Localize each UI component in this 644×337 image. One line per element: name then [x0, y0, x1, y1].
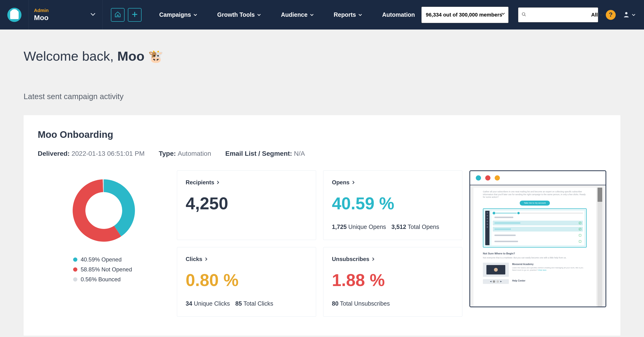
legend-label: 0.56% Bounced: [81, 276, 120, 283]
nav-audience[interactable]: Audience: [281, 11, 314, 18]
preview-section-title: Moosend Academy: [512, 263, 587, 266]
chevron-down-icon[interactable]: [600, 14, 603, 16]
preview-section-title: Not Sure Where to Begin?: [483, 252, 587, 255]
search-filter: All: [591, 12, 598, 18]
welcome-prefix: Welcome back,: [24, 49, 117, 64]
email-preview-frame[interactable]: Gather all your subscribers in one neat …: [470, 170, 606, 307]
metric-title: Clicks: [186, 256, 202, 262]
legend-label: 40.59% Opened: [81, 256, 122, 263]
preview-header: [470, 171, 606, 185]
members-dropdown[interactable]: 96,334 out of 300,000 members: [421, 7, 508, 23]
unsubs-total-label: Total Unsubscribes: [340, 300, 390, 307]
campaign-meta: Delivered: 2022-01-13 06:51:01 PM Type: …: [38, 150, 606, 157]
clicks-unique: 34: [186, 300, 192, 307]
clicks-total-label: Total Clicks: [244, 300, 273, 307]
main-menu: Campaigns Growth Tools Audience Reports …: [159, 11, 415, 18]
legend-label: 58.85% Not Opened: [81, 266, 132, 273]
chevron-down-icon: [632, 14, 636, 16]
donut-column: 40.59% Opened58.85% Not Opened0.56% Boun…: [38, 170, 170, 317]
home-icon: [114, 11, 121, 19]
welcome-heading: Welcome back, Moo 🐮: [24, 48, 620, 64]
search-box[interactable]: All: [518, 7, 598, 23]
org-name: Moo: [34, 14, 95, 22]
preview-section-title: Help Center: [512, 279, 587, 282]
recipients-card[interactable]: Recipients 4,250: [177, 170, 316, 240]
question-icon: ?: [609, 11, 613, 19]
list-value: N/A: [294, 150, 305, 157]
clicks-total: 85: [236, 300, 242, 307]
donut-legend: 40.59% Opened58.85% Not Opened0.56% Boun…: [38, 256, 132, 286]
preview-cta-button: Take me to my account: [520, 201, 550, 206]
legend-item: 0.56% Bounced: [73, 276, 132, 283]
donut-chart: [68, 175, 139, 247]
chevron-down-icon: [501, 13, 505, 15]
svg-point-0: [522, 13, 525, 15]
chevron-down-icon: [90, 13, 95, 16]
nav-growth-tools[interactable]: Growth Tools: [217, 11, 261, 18]
list-label: Email List / Segment:: [225, 150, 292, 157]
logo-cell[interactable]: [0, 0, 29, 30]
nav-reports[interactable]: Reports: [334, 11, 362, 18]
nav-label: Growth Tools: [217, 11, 255, 18]
home-button[interactable]: [111, 8, 124, 22]
metric-title: Unsubscribes: [332, 256, 370, 262]
org-selector[interactable]: Admin Moo: [29, 0, 102, 30]
traffic-dot-icon: [495, 175, 500, 181]
person-icon: [623, 11, 630, 19]
chevron-down-icon: [310, 14, 314, 16]
nav-automation[interactable]: Automation: [382, 11, 415, 18]
traffic-dot-icon: [476, 175, 481, 181]
opens-unique-label: Unique Opens: [348, 223, 386, 230]
chevron-down-icon: [257, 14, 261, 16]
clicks-value: 0.80 %: [186, 270, 307, 290]
traffic-dot-icon: [485, 175, 490, 181]
chevron-right-icon: [205, 257, 208, 261]
members-text: 96,334 out of 300,000 members: [426, 12, 502, 18]
nav-campaigns[interactable]: Campaigns: [159, 11, 197, 18]
campaign-name: Moo Onboarding: [38, 129, 606, 140]
opens-total-label: Total Opens: [408, 223, 439, 230]
campaign-card: Moo Onboarding Delivered: 2022-01-13 06:…: [24, 115, 620, 335]
help-button[interactable]: ?: [606, 10, 616, 20]
legend-dot-icon: [73, 277, 77, 281]
chevron-right-icon: [352, 181, 355, 184]
profile-menu[interactable]: [623, 11, 636, 19]
type-value: Automation: [178, 150, 211, 157]
search-input[interactable]: [526, 8, 591, 22]
metrics-grid: Recipients 4,250 Opens 40.59 % 1,725 Uni…: [177, 170, 462, 317]
legend-dot-icon: [73, 267, 77, 272]
legend-dot-icon: [73, 257, 77, 262]
preview-scrollbar[interactable]: ⌄: [598, 188, 602, 307]
email-preview-column: Gather all your subscribers in one neat …: [470, 170, 606, 317]
recipients-value: 4,250: [186, 194, 307, 213]
chevron-down-icon: [358, 14, 362, 16]
nav-label: Audience: [281, 11, 308, 18]
welcome-name: Moo: [117, 49, 144, 64]
svg-point-1: [625, 12, 628, 15]
legend-item: 40.59% Opened: [73, 256, 132, 263]
page-body: Welcome back, Moo 🐮 Latest sent campaign…: [0, 30, 644, 337]
unsubs-value: 1.88 %: [332, 270, 454, 290]
org-role-label: Admin: [34, 8, 95, 13]
legend-item: 58.85% Not Opened: [73, 266, 132, 273]
opens-card[interactable]: Opens 40.59 % 1,725 Unique Opens 3,512 T…: [323, 170, 462, 240]
preview-content: Gather all your subscribers in one neat …: [474, 188, 596, 307]
logo-icon: [7, 8, 22, 22]
delivered-label: Delivered:: [38, 150, 70, 157]
delivered-value: 2022-01-13 06:51:01 PM: [72, 150, 144, 157]
chevron-right-icon: [216, 181, 220, 184]
unsubscribes-card[interactable]: Unsubscribes 1.88 % 80 Total Unsubscribe…: [323, 247, 462, 317]
opens-value: 40.59 %: [332, 194, 454, 213]
create-button[interactable]: [128, 8, 142, 22]
metric-title: Recipients: [186, 179, 214, 186]
clicks-unique-label: Unique Clicks: [194, 300, 230, 307]
plus-icon: [132, 11, 138, 19]
nav-label: Automation: [382, 11, 415, 18]
clicks-card[interactable]: Clicks 0.80 % 34 Unique Clicks 85 Total …: [177, 247, 316, 317]
top-nav: Admin Moo Campaigns Growth Tools Audienc…: [0, 0, 644, 30]
type-label: Type:: [159, 150, 176, 157]
opens-unique: 1,725: [332, 223, 347, 230]
opens-total: 3,512: [391, 223, 406, 230]
nav-label: Campaigns: [159, 11, 191, 18]
unsubs-total: 80: [332, 300, 338, 307]
